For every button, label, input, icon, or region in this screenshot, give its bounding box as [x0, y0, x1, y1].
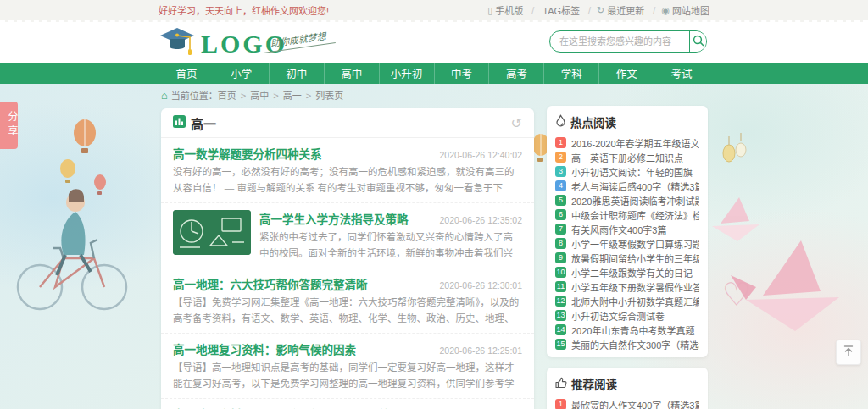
article-title-link[interactable]: 高一地理：六大技巧帮你答题完整清晰 [173, 275, 368, 292]
hot-reading-item[interactable]: 7 有关风雨作文400字3篇 [555, 222, 699, 236]
hot-reading-item[interactable]: 14 2020年山东青岛中考数学真题（已公布） [555, 323, 699, 337]
search-input[interactable] [550, 31, 689, 52]
article-list-item: 高一学生入学方法指导及策略 2020-06-26 12:35:02 紧张的中考过… [161, 203, 534, 268]
article-summary: 没有好的高一，必然没有好的高考；没有高一的危机感和紧迫感，就没有高三的从容自信！… [173, 164, 522, 196]
hot-item-title: 2020雅思英语阅读临考冲刺试题附答案 [571, 194, 699, 207]
hot-reading-item[interactable]: 10 小学二年级跟数学有关的日记 [555, 265, 699, 279]
recommend-reading-header: 推荐阅读 [555, 375, 699, 392]
heart-illustration: ♡ [722, 277, 751, 312]
hot-reading-item[interactable]: 11 小学五年级下册数学暑假作业答案【20-61 [555, 279, 699, 294]
breadcrumb-item[interactable]: 高中 [236, 88, 269, 102]
thumbs-up-icon [555, 377, 567, 391]
nav-items: 首页 小学 初中 高中 小升初 中考 高考 学科 作文 考试 [159, 63, 709, 84]
breadcrumb-item[interactable]: 列表页 [302, 88, 343, 102]
hot-item-title: 2020年山东青岛中考数学真题（已公布） [571, 323, 699, 337]
topbar-link[interactable]: ▯ 手机版 [487, 3, 540, 17]
hot-reading-header: 热点阅读 [555, 113, 699, 130]
hot-reading-item[interactable]: 2 高一英语下册必修二知识点 [555, 150, 699, 164]
topbar-links: ▯ 手机版 TAG标签 ↻ 最近更新 ◉ 网 [487, 3, 709, 17]
rank-badge: 1 [555, 399, 566, 409]
nav-item[interactable]: 作文 [598, 63, 654, 84]
article-list-item: 高一数学解题要分析四种关系 2020-06-26 12:40:02 没有好的高一… [161, 138, 534, 203]
nav-item[interactable]: 小升初 [379, 63, 434, 84]
hot-reading-item[interactable]: 3 小升初语文阅读：年轻的国旗 [555, 164, 699, 179]
topbar-link[interactable]: ↻ 最近更新 [597, 3, 661, 17]
hot-reading-item[interactable]: 12 北师大附中小升初数学真题汇编 [555, 294, 699, 308]
hot-item-title: 老人与海读后感400字（精选3篇） [571, 180, 699, 193]
hot-reading-item[interactable]: 9 放暑假期间留给小学生的三年级英语作文范文 [555, 251, 699, 265]
share-button[interactable]: 分享 [0, 102, 18, 149]
list-title: 高一 [191, 114, 216, 132]
search-icon [692, 34, 705, 50]
topbar-link[interactable]: TAG标签 [540, 3, 597, 17]
home-icon: ⌂ [161, 90, 168, 101]
nav-item[interactable]: 中考 [434, 63, 489, 84]
lantern-illustration [723, 133, 746, 162]
article-title-link[interactable]: 高一学生入学方法指导及策略 [259, 210, 409, 227]
recommend-reading-item[interactable]: 1 最欣赏的人作文400字（精选3篇） [555, 397, 699, 409]
article-title-link[interactable]: 高一地理资料：三圈环流与气压带、风带的形成 [173, 406, 414, 409]
breadcrumb-item[interactable]: 首页 [218, 88, 236, 102]
hot-reading-list: 1 2016-2020年春学期五年级语文下期末模拟 2 高一英语下册必修二知识点… [555, 135, 699, 351]
nav-item[interactable]: 高考 [488, 63, 543, 84]
article-list-item: 高一地理：六大技巧帮你答题完整清晰 2020-06-26 12:30:01 【导… [161, 268, 534, 334]
rank-badge: 1 [555, 137, 566, 148]
topbar-link-label: TAG标签 [542, 3, 580, 17]
hot-item-title: 小升初语文阅读：年轻的国旗 [571, 165, 693, 179]
flame-icon [555, 114, 566, 130]
topbar-link-icon: ◉ [661, 5, 670, 16]
sidebar: 热点阅读 1 2016-2020年春学期五年级语文下期末模拟 2 高一英语下册必… [547, 106, 708, 409]
article-title-link[interactable]: 高一地理复习资料：影响气候的因素 [173, 340, 356, 357]
rank-badge: 9 [555, 252, 566, 263]
nav-item[interactable]: 首页 [159, 63, 214, 84]
nav-item[interactable]: 高中 [324, 63, 379, 84]
rank-badge: 3 [555, 166, 566, 177]
main-nav: 首页 小学 初中 高中 小升初 中考 高考 学科 作文 考试 [0, 63, 868, 84]
balloon-illustration [60, 119, 106, 195]
search-box [549, 30, 707, 53]
hot-item-title: 美丽的大自然作文300字（精选3篇） [571, 338, 699, 351]
topbar-link[interactable]: ◉ 网站地图 [661, 3, 709, 17]
rank-badge: 12 [555, 296, 566, 307]
search-button[interactable] [689, 31, 706, 52]
hot-item-title: 北师大附中小升初数学真题汇编 [571, 295, 699, 308]
hot-reading-item[interactable]: 1 2016-2020年春学期五年级语文下期末模拟 [555, 135, 699, 150]
article-list-card: 高一 ↺ 高一数学解题要分析四种关系 2020-06-26 12:40:02 没… [161, 108, 534, 409]
hot-reading-item[interactable]: 6 中级会计职称题库《经济法》检测题 [555, 207, 699, 222]
article-thumbnail[interactable] [173, 210, 251, 255]
hot-reading-item[interactable]: 4 老人与海读后感400字（精选3篇） [555, 179, 699, 193]
paper-crane-illustration [712, 197, 839, 331]
hot-reading-item[interactable]: 13 小升初语文综合测试卷 [555, 308, 699, 323]
hot-reading-title: 热点阅读 [570, 113, 616, 130]
article-summary: 【导语】高一地理知识点是高考的基础，同学们一定要复习好高一地理，这样才能在复习好… [173, 360, 522, 392]
hot-item-title: 高一英语下册必修二知识点 [571, 151, 683, 164]
hot-reading-item[interactable]: 15 美丽的大自然作文300字（精选3篇） [555, 337, 699, 351]
page-root: 好好学习，天天向上，红柚作文网欢迎您! ▯ 手机版 TAG标签 ↻ [0, 0, 868, 409]
bicycle-illustration [18, 189, 126, 309]
article-date: 2020-06-26 12:25:01 [433, 345, 523, 356]
nav-item[interactable]: 小学 [214, 63, 269, 84]
rank-badge: 8 [555, 238, 566, 249]
article-list-item: 高一地理复习资料：影响气候的因素 2020-06-26 12:25:01 【导语… [161, 334, 534, 399]
breadcrumb-item[interactable]: 高一 [269, 88, 301, 102]
recommend-reading-list: 1 最欣赏的人作文400字（精选3篇） 2 关于感恩的中考满分作文600字 [555, 397, 699, 409]
hot-reading-item[interactable]: 5 2020雅思英语阅读临考冲刺试题附答案 [555, 193, 699, 207]
top-bar: 好好学习，天天向上，红柚作文网欢迎您! ▯ 手机版 TAG标签 ↻ [0, 0, 868, 22]
hot-item-title: 小学二年级跟数学有关的日记 [571, 266, 693, 279]
back-icon[interactable]: ↺ [511, 117, 522, 130]
article-summary: 紧张的中考过去了，同学们怀着激动又兴奋的心情跨入了高中的校园。面对全新的生活环境… [259, 229, 522, 262]
nav-item[interactable]: 考试 [654, 63, 709, 84]
back-to-top-button[interactable] [836, 340, 861, 365]
topbar-link-label: 手机版 [495, 3, 523, 17]
rank-badge: 6 [555, 209, 566, 220]
back-to-top-icon [843, 345, 854, 360]
nav-item[interactable]: 初中 [269, 63, 324, 84]
article-date: 2020-06-26 12:35:02 [433, 215, 523, 225]
article-title-link[interactable]: 高一数学解题要分析四种关系 [173, 145, 322, 162]
site-header: LOGO 助你成就梦想 [0, 22, 868, 63]
hot-reading-item[interactable]: 8 小学一年级寒假数学口算练习题三篇 [555, 236, 699, 251]
nav-item[interactable]: 学科 [543, 63, 598, 84]
topbar-link-label: 最近更新 [607, 3, 644, 17]
hot-item-title: 小学一年级寒假数学口算练习题三篇 [571, 237, 699, 251]
recommend-reading-card: 推荐阅读 1 最欣赏的人作文400字（精选3篇） 2 关于感恩的中考满分作文60… [547, 368, 708, 409]
